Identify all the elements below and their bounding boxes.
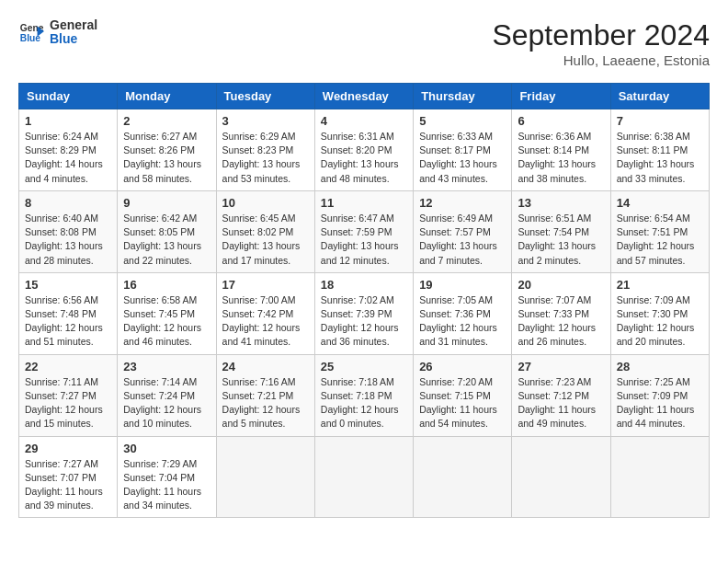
day-info: Sunrise: 7:00 AMSunset: 7:42 PMDaylight:… <box>222 293 309 350</box>
weekday-header-thursday: Thursday <box>414 84 512 109</box>
day-info: Sunrise: 7:29 AMSunset: 7:04 PMDaylight:… <box>123 457 210 513</box>
logo-icon: General Blue <box>18 19 44 45</box>
day-info: Sunrise: 7:07 AMSunset: 7:33 PMDaylight:… <box>518 293 604 350</box>
day-number: 27 <box>518 360 604 373</box>
calendar-week-4: 22Sunrise: 7:11 AMSunset: 7:27 PMDayligh… <box>19 354 710 436</box>
calendar-day-29: 29Sunrise: 7:27 AMSunset: 7:07 PMDayligh… <box>19 436 118 518</box>
calendar-day-4: 4Sunrise: 6:31 AMSunset: 8:20 PMDaylight… <box>314 109 413 191</box>
calendar-empty <box>512 436 610 518</box>
day-number: 28 <box>617 360 703 373</box>
day-info: Sunrise: 6:49 AMSunset: 7:57 PMDaylight:… <box>419 212 506 268</box>
day-number: 19 <box>419 278 506 292</box>
day-info: Sunrise: 7:05 AMSunset: 7:36 PMDaylight:… <box>419 293 506 350</box>
day-info: Sunrise: 6:51 AMSunset: 7:54 PMDaylight:… <box>518 212 604 268</box>
calendar-day-15: 15Sunrise: 6:56 AMSunset: 7:48 PMDayligh… <box>19 272 118 354</box>
day-number: 6 <box>518 114 604 128</box>
day-info: Sunrise: 6:40 AMSunset: 8:08 PMDaylight:… <box>25 212 111 268</box>
calendar-empty <box>216 436 314 518</box>
day-number: 16 <box>123 278 210 292</box>
day-info: Sunrise: 6:29 AMSunset: 8:23 PMDaylight:… <box>222 130 309 186</box>
day-info: Sunrise: 6:42 AMSunset: 8:05 PMDaylight:… <box>123 212 210 268</box>
calendar-day-3: 3Sunrise: 6:29 AMSunset: 8:23 PMDaylight… <box>216 109 314 191</box>
calendar-day-10: 10Sunrise: 6:45 AMSunset: 8:02 PMDayligh… <box>216 190 314 272</box>
calendar-day-25: 25Sunrise: 7:18 AMSunset: 7:18 PMDayligh… <box>314 354 413 436</box>
day-info: Sunrise: 7:20 AMSunset: 7:15 PMDaylight:… <box>419 375 506 431</box>
day-number: 4 <box>321 114 407 128</box>
calendar-day-13: 13Sunrise: 6:51 AMSunset: 7:54 PMDayligh… <box>512 190 610 272</box>
day-number: 9 <box>123 196 210 210</box>
calendar-day-9: 9Sunrise: 6:42 AMSunset: 8:05 PMDaylight… <box>118 190 216 272</box>
calendar-table: SundayMondayTuesdayWednesdayThursdayFrid… <box>18 83 710 518</box>
calendar-week-5: 29Sunrise: 7:27 AMSunset: 7:07 PMDayligh… <box>19 436 710 518</box>
calendar-day-22: 22Sunrise: 7:11 AMSunset: 7:27 PMDayligh… <box>19 354 118 436</box>
day-info: Sunrise: 7:16 AMSunset: 7:21 PMDaylight:… <box>222 375 309 431</box>
calendar-day-14: 14Sunrise: 6:54 AMSunset: 7:51 PMDayligh… <box>610 190 709 272</box>
calendar-day-2: 2Sunrise: 6:27 AMSunset: 8:26 PMDaylight… <box>118 109 216 191</box>
calendar-day-18: 18Sunrise: 7:02 AMSunset: 7:39 PMDayligh… <box>314 272 413 354</box>
day-number: 18 <box>321 278 407 292</box>
title-block: September 2024 Hullo, Laeaene, Estonia <box>492 18 710 68</box>
day-number: 17 <box>222 278 309 292</box>
weekday-header-tuesday: Tuesday <box>216 84 314 109</box>
day-number: 11 <box>321 196 407 210</box>
calendar-day-28: 28Sunrise: 7:25 AMSunset: 7:09 PMDayligh… <box>610 354 709 436</box>
day-number: 15 <box>25 278 111 292</box>
day-number: 12 <box>419 196 506 210</box>
calendar-day-11: 11Sunrise: 6:47 AMSunset: 7:59 PMDayligh… <box>314 190 413 272</box>
day-info: Sunrise: 6:31 AMSunset: 8:20 PMDaylight:… <box>321 130 407 186</box>
day-info: Sunrise: 6:47 AMSunset: 7:59 PMDaylight:… <box>321 212 407 268</box>
month-year: September 2024 <box>492 18 710 52</box>
calendar-day-6: 6Sunrise: 6:36 AMSunset: 8:14 PMDaylight… <box>512 109 610 191</box>
day-info: Sunrise: 7:23 AMSunset: 7:12 PMDaylight:… <box>518 375 604 431</box>
day-number: 7 <box>617 114 703 128</box>
day-number: 5 <box>419 114 506 128</box>
day-number: 26 <box>419 360 506 373</box>
day-info: Sunrise: 6:38 AMSunset: 8:11 PMDaylight:… <box>617 130 703 186</box>
day-number: 3 <box>222 114 309 128</box>
day-info: Sunrise: 6:56 AMSunset: 7:48 PMDaylight:… <box>25 293 111 350</box>
day-info: Sunrise: 7:18 AMSunset: 7:18 PMDaylight:… <box>321 375 407 431</box>
day-number: 29 <box>25 442 111 455</box>
calendar-day-30: 30Sunrise: 7:29 AMSunset: 7:04 PMDayligh… <box>118 436 216 518</box>
logo-blue: Blue <box>50 32 97 46</box>
day-number: 25 <box>321 360 407 373</box>
calendar-day-21: 21Sunrise: 7:09 AMSunset: 7:30 PMDayligh… <box>610 272 709 354</box>
day-number: 10 <box>222 196 309 210</box>
day-info: Sunrise: 6:36 AMSunset: 8:14 PMDaylight:… <box>518 130 604 186</box>
calendar-day-5: 5Sunrise: 6:33 AMSunset: 8:17 PMDaylight… <box>414 109 512 191</box>
day-info: Sunrise: 7:09 AMSunset: 7:30 PMDaylight:… <box>617 293 703 350</box>
calendar-day-1: 1Sunrise: 6:24 AMSunset: 8:29 PMDaylight… <box>19 109 118 191</box>
weekday-header-monday: Monday <box>118 84 216 109</box>
day-info: Sunrise: 6:33 AMSunset: 8:17 PMDaylight:… <box>419 130 506 186</box>
day-info: Sunrise: 6:45 AMSunset: 8:02 PMDaylight:… <box>222 212 309 268</box>
calendar-day-12: 12Sunrise: 6:49 AMSunset: 7:57 PMDayligh… <box>414 190 512 272</box>
weekday-header-wednesday: Wednesday <box>314 84 413 109</box>
day-info: Sunrise: 7:25 AMSunset: 7:09 PMDaylight:… <box>617 375 703 431</box>
day-number: 23 <box>123 360 210 373</box>
day-info: Sunrise: 7:14 AMSunset: 7:24 PMDaylight:… <box>123 375 210 431</box>
logo-general: General <box>50 18 97 32</box>
day-info: Sunrise: 6:54 AMSunset: 7:51 PMDaylight:… <box>617 212 703 268</box>
day-number: 1 <box>25 114 111 128</box>
calendar-week-2: 8Sunrise: 6:40 AMSunset: 8:08 PMDaylight… <box>19 190 710 272</box>
day-info: Sunrise: 7:27 AMSunset: 7:07 PMDaylight:… <box>25 457 111 513</box>
day-number: 20 <box>518 278 604 292</box>
location: Hullo, Laeaene, Estonia <box>492 52 710 68</box>
day-number: 30 <box>123 442 210 455</box>
weekday-header-friday: Friday <box>512 84 610 109</box>
calendar-empty <box>414 436 512 518</box>
calendar-day-7: 7Sunrise: 6:38 AMSunset: 8:11 PMDaylight… <box>610 109 709 191</box>
day-number: 8 <box>25 196 111 210</box>
weekday-header-row: SundayMondayTuesdayWednesdayThursdayFrid… <box>19 84 710 109</box>
calendar-day-24: 24Sunrise: 7:16 AMSunset: 7:21 PMDayligh… <box>216 354 314 436</box>
calendar-day-17: 17Sunrise: 7:00 AMSunset: 7:42 PMDayligh… <box>216 272 314 354</box>
calendar-week-3: 15Sunrise: 6:56 AMSunset: 7:48 PMDayligh… <box>19 272 710 354</box>
calendar-empty <box>314 436 413 518</box>
day-info: Sunrise: 6:24 AMSunset: 8:29 PMDaylight:… <box>25 130 111 186</box>
weekday-header-saturday: Saturday <box>610 84 709 109</box>
day-info: Sunrise: 7:02 AMSunset: 7:39 PMDaylight:… <box>321 293 407 350</box>
day-info: Sunrise: 6:27 AMSunset: 8:26 PMDaylight:… <box>123 130 210 186</box>
day-info: Sunrise: 6:58 AMSunset: 7:45 PMDaylight:… <box>123 293 210 350</box>
calendar-day-20: 20Sunrise: 7:07 AMSunset: 7:33 PMDayligh… <box>512 272 610 354</box>
day-number: 2 <box>123 114 210 128</box>
